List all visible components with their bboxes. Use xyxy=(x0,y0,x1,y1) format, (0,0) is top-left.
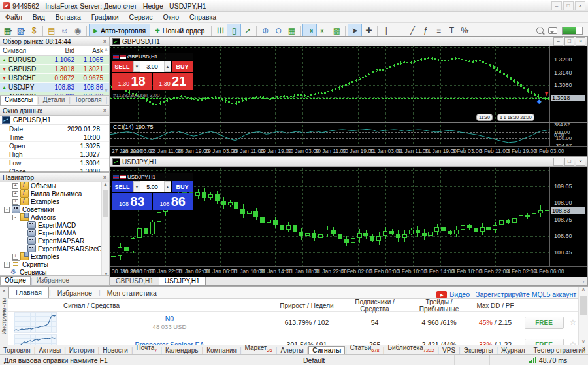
navigator-scrollbar[interactable]: ▲▼ xyxy=(101,182,109,276)
close-button[interactable]: × xyxy=(576,158,585,166)
zoom-out-button[interactable]: ⊖ xyxy=(272,24,285,37)
market-watch-row[interactable]: ▲USDJPY108.83108.86 xyxy=(0,83,109,92)
menu-item-Графики[interactable]: Графики xyxy=(86,13,124,21)
spinner-up-icon[interactable]: ▲ xyxy=(164,61,171,72)
register-mql5-link[interactable]: Зарегистрируйте MQL5 аккаунт xyxy=(476,290,576,298)
objects-button[interactable]: %▾ xyxy=(458,24,471,37)
text-button[interactable]: T xyxy=(445,24,458,37)
crosshair-button[interactable]: ✚ xyxy=(362,24,375,37)
new-order-button[interactable]: ✚Новый ордер xyxy=(150,24,209,37)
navigator-item-Advisors[interactable]: -Advisors xyxy=(0,213,109,221)
sell-price[interactable]: 10883 xyxy=(112,193,152,210)
spinner-down-icon[interactable]: ▼ xyxy=(133,181,140,192)
channel-button[interactable]: ≡ xyxy=(432,24,445,37)
expand-icon[interactable]: + xyxy=(12,254,18,260)
navigator-tab-Общие[interactable]: Общие xyxy=(0,276,31,285)
navigator-item-Examples[interactable]: +Examples xyxy=(0,198,109,205)
expand-icon[interactable]: + xyxy=(4,262,10,268)
close-icon[interactable]: × xyxy=(3,288,6,294)
bottom-tab-Почта[interactable]: Почта7 xyxy=(133,344,161,355)
chart-tab-USDJPY,H1[interactable]: USDJPY,H1 xyxy=(159,277,206,285)
favorite-star-icon[interactable]: ☆ xyxy=(567,318,579,327)
market-watch-tab-Символы[interactable]: Символы xyxy=(0,96,37,105)
maximize-button[interactable]: □ xyxy=(564,37,574,46)
navigator-item-ExpertMAPSAR[interactable]: ExpertMAPSAR xyxy=(0,237,109,245)
tile-windows-button[interactable]: ▦ xyxy=(285,24,298,37)
bottom-tab-Библиотека[interactable]: Библиотека7202 xyxy=(384,344,437,355)
chart-title-bar[interactable]: USDJPY,H1–□× xyxy=(110,157,587,167)
line-chart-button[interactable]: ↗ xyxy=(241,24,254,37)
autotrade-button[interactable]: ▶Авто-торговля xyxy=(89,24,150,37)
status-profile[interactable]: Default xyxy=(299,355,384,365)
close-button[interactable]: × xyxy=(576,37,585,46)
price-scale[interactable]: 1.32001.31401.30801.3018384.82100.000.00… xyxy=(549,46,587,147)
video-link[interactable]: ▶Видео xyxy=(436,290,470,298)
lot-size-spinner[interactable]: ▼5.00▲ xyxy=(133,181,171,192)
new-chart-button[interactable]: ▦▾ xyxy=(1,24,14,37)
expand-icon[interactable]: + xyxy=(12,183,18,189)
tab-scroll-left-icon[interactable]: ‹ xyxy=(583,279,587,285)
maximize-button[interactable]: □ xyxy=(563,1,574,10)
chart-tab-GBPUSD,H1[interactable]: GBPUSD,H1 xyxy=(110,277,159,285)
lot-size-spinner[interactable]: ▼3.00▲ xyxy=(133,61,171,72)
bottom-tab-Маркет[interactable]: Маркет26 xyxy=(242,344,276,355)
free-button[interactable]: FREE xyxy=(525,317,564,329)
profiles-button[interactable]: ▧▾ xyxy=(14,24,27,37)
cursor-button[interactable]: ➤ xyxy=(348,24,362,37)
horizontal-line-button[interactable]: ─ xyxy=(393,24,406,37)
close-button[interactable]: × xyxy=(575,1,585,10)
signal-row[interactable]: N048 033 USD613.79% / 102544 968 /61%45%… xyxy=(8,311,579,334)
signal-name-link[interactable]: N0 xyxy=(67,315,272,322)
scroll-down-icon[interactable]: ∨ xyxy=(105,88,108,93)
fibonacci-button[interactable]: ƒ xyxy=(419,24,432,37)
trendline-button[interactable]: ╱ xyxy=(406,24,419,37)
buy-button[interactable]: BUY xyxy=(172,61,193,72)
vertical-line-button[interactable]: | xyxy=(380,24,393,37)
sell-button[interactable]: SELL xyxy=(112,61,133,72)
chart-title-bar[interactable]: GBPUSD,H1–□× xyxy=(110,37,587,46)
signals-icon[interactable]: ◉ xyxy=(71,24,84,37)
community-icon[interactable]: ☺ xyxy=(58,24,71,37)
market-icon[interactable]: ▤ xyxy=(45,24,58,37)
time-axis[interactable]: 27 Jan 202028 Jan 03:0028 Jan 11:0028 Ja… xyxy=(110,146,587,156)
navigator-item-ExpertMAPSARSizeOptim[interactable]: ExpertMAPSARSizeOptim xyxy=(0,245,109,252)
expand-icon[interactable]: + xyxy=(12,199,18,205)
navigator-item-Скрипты[interactable]: +Скрипты xyxy=(0,260,109,268)
spinner-down-icon[interactable]: ▼ xyxy=(133,61,140,72)
candles-chart-button[interactable]: ▯ xyxy=(227,24,241,37)
spinner-up-icon[interactable]: ▲ xyxy=(164,181,171,192)
menu-item-Окно[interactable]: Окно xyxy=(158,13,184,21)
navigator-item-ExpertMAMA[interactable]: ExpertMAMA xyxy=(0,229,109,237)
auto-scroll-button[interactable]: ⇤ xyxy=(317,24,330,37)
toolbox-tab-Избранное[interactable]: Избранное xyxy=(51,288,99,298)
maximize-button[interactable]: □ xyxy=(564,158,574,166)
time-axis[interactable]: 30 Jan 202030 Jan 18:0030 Jan 22:0031 Ja… xyxy=(110,266,587,277)
menu-item-Файл[interactable]: Файл xyxy=(0,13,27,21)
close-icon[interactable]: × xyxy=(103,38,106,44)
navigator-item-Билла Вильямса[interactable]: +Билла Вильямса xyxy=(0,190,109,198)
buy-button[interactable]: BUY xyxy=(172,181,193,192)
minimize-button[interactable]: – xyxy=(553,37,563,46)
navigator-item-ExpertMACD[interactable]: ExpertMACD xyxy=(0,221,109,229)
market-watch-row[interactable]: ▼GBPUSD1.30181.3021 xyxy=(0,65,109,74)
minimize-button[interactable]: – xyxy=(553,158,563,166)
navigator-item-Советники[interactable]: -Советники xyxy=(0,205,109,213)
shift-end-button[interactable]: ⇥ xyxy=(302,24,317,37)
one-click-trading-widget[interactable]: GBPUSD,H1SELL▼3.00▲BUY1.30181.3021 xyxy=(112,53,193,90)
toolbox-scrollbar[interactable]: ∧∨ xyxy=(578,287,588,345)
accounts-button[interactable]: $ xyxy=(27,24,41,37)
bottom-tab-Статьи[interactable]: Статьи678 xyxy=(347,344,383,355)
sell-price[interactable]: 1.3018 xyxy=(112,73,152,90)
market-watch-row[interactable]: ▼USDCHF0.96720.9675 xyxy=(0,74,109,83)
chart-plot-area[interactable]: +109.05108.90108.75108.60108.45108.8330 … xyxy=(110,167,587,277)
minimize-button[interactable]: – xyxy=(551,1,562,10)
menu-item-Вид[interactable]: Вид xyxy=(27,13,50,21)
signal-row[interactable]: Prospector Scalper EA301.54% / 912652 42… xyxy=(8,334,579,345)
one-click-trading-widget[interactable]: USDJPY,H1SELL▼5.00▲BUY1088310886 xyxy=(112,173,193,210)
buy-price[interactable]: 1.3021 xyxy=(153,73,193,90)
toolbox-tab-Главная[interactable]: Главная xyxy=(8,287,49,298)
close-icon[interactable]: × xyxy=(103,107,106,114)
menu-item-Справка[interactable]: Справка xyxy=(184,13,221,21)
buy-price[interactable]: 10886 xyxy=(153,193,193,210)
menu-item-Вставка[interactable]: Вставка xyxy=(50,13,86,21)
